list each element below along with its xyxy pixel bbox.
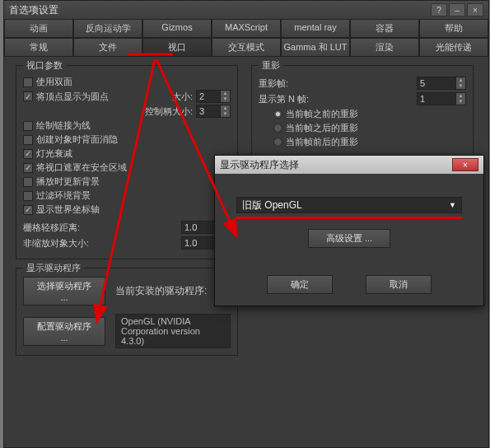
- chk-draw-links[interactable]: [23, 121, 33, 131]
- driver-select-dialog: 显示驱动程序选择 × 旧版 OpenGL ▼ 高级设置 ... 确定 取消: [214, 155, 484, 306]
- tabs-row-2: 常规 文件 视口 交互模式 Gamma 和 LUT 渲染 光能传递: [4, 38, 488, 57]
- handle-size-label: 控制柄大小:: [145, 105, 193, 118]
- close-button[interactable]: ×: [467, 3, 483, 16]
- nonscale-label: 非缩放对象大小:: [23, 237, 89, 250]
- spinner-arrows[interactable]: ▲▼: [456, 77, 466, 90]
- cancel-button[interactable]: 取消: [366, 275, 432, 294]
- ghost-frames-label: 重影帧:: [259, 77, 288, 90]
- tab-gizmos[interactable]: Gizmos: [142, 19, 212, 38]
- group-title: 视口参数: [23, 59, 66, 72]
- tab-mentalray[interactable]: mental ray: [281, 19, 350, 38]
- ghost-nth[interactable]: 1: [417, 92, 456, 105]
- tab-ik[interactable]: 反向运动学: [73, 19, 142, 38]
- choose-driver-button[interactable]: 选择驱动程序 ...: [23, 277, 105, 306]
- ghosting-group: 重影 重影帧:5▲▼ 显示第 N 帧:1▲▼ 当前帧之前的重影 当前帧之后的重影…: [251, 65, 474, 164]
- label: 将视口遮罩在安全区域: [36, 161, 127, 174]
- chk-vertex-dot[interactable]: [23, 91, 33, 101]
- label: 当前帧之后的重影: [286, 122, 358, 134]
- current-driver-value: OpenGL (NVIDIA Corporation version 4.3.0…: [115, 314, 231, 348]
- size-label: 大小:: [172, 91, 193, 103]
- group-title: 显示驱动程序: [23, 262, 84, 274]
- tab-gamma[interactable]: Gamma 和 LUT: [281, 38, 350, 57]
- dialog-title: 显示驱动程序选择: [220, 158, 450, 172]
- label: 灯光衰减: [36, 147, 72, 160]
- tab-maxscript[interactable]: MAXScript: [212, 19, 281, 38]
- radio-ghost-after[interactable]: [273, 124, 282, 133]
- display-driver-group: 显示驱动程序 选择驱动程序 ... 当前安装的驱动程序: 配置驱动程序 ... …: [16, 268, 238, 356]
- group-title: 重影: [259, 59, 283, 72]
- chk-filter-env[interactable]: [23, 191, 33, 201]
- chk-safe-mask[interactable]: [23, 163, 33, 173]
- annotation-underline: [236, 217, 462, 219]
- chk-dual-plane[interactable]: [23, 77, 33, 87]
- tab-general[interactable]: 常规: [4, 38, 73, 57]
- driver-select[interactable]: 旧版 OpenGL ▼: [236, 197, 462, 213]
- tab-radiosity[interactable]: 光能传递: [419, 38, 488, 57]
- main-titlebar[interactable]: 首选项设置 ? – ×: [4, 1, 488, 19]
- grid-dist-label: 栅格轻移距离:: [23, 222, 80, 234]
- dialog-close-button[interactable]: ×: [452, 158, 478, 171]
- driver-select-value: 旧版 OpenGL: [242, 198, 302, 212]
- label: 当前帧之前的重影: [286, 108, 358, 120]
- spinner-arrows[interactable]: ▲▼: [456, 92, 466, 105]
- radio-ghost-both[interactable]: [273, 138, 282, 147]
- chk-world-axis[interactable]: [23, 205, 33, 215]
- tabs-row-1: 动画 反向运动学 Gizmos MAXScript mental ray 容器 …: [4, 19, 488, 38]
- tab-help[interactable]: 帮助: [419, 19, 488, 38]
- tab-files[interactable]: 文件: [73, 38, 142, 57]
- window-title: 首选项设置: [9, 3, 429, 17]
- label: 当前帧前后的重影: [286, 136, 358, 148]
- label: 创建对象时背面消隐: [36, 133, 118, 146]
- tab-containers[interactable]: 容器: [350, 19, 419, 38]
- size-spinner[interactable]: 2: [196, 90, 221, 103]
- tab-render[interactable]: 渲染: [350, 38, 419, 57]
- dialog-titlebar[interactable]: 显示驱动程序选择 ×: [215, 156, 483, 174]
- spinner-arrows[interactable]: ▲▼: [221, 105, 231, 118]
- minimize-button[interactable]: –: [449, 3, 465, 16]
- ghost-nth-label: 显示第 N 帧:: [259, 93, 309, 105]
- help-button[interactable]: ?: [431, 3, 447, 16]
- label: 将顶点显示为圆点: [36, 91, 109, 103]
- label: 播放时更新背景: [36, 175, 100, 188]
- radio-ghost-before[interactable]: [273, 110, 282, 119]
- chk-update-bg[interactable]: [23, 177, 33, 187]
- ghost-frames[interactable]: 5: [417, 77, 456, 90]
- viewport-params-group: 视口参数 使用双面 将顶点显示为圆点 大小: 2 ▲▼ 控制柄大小: 3 ▲▼ …: [16, 65, 238, 259]
- label: 显示世界坐标轴: [36, 203, 100, 216]
- configure-driver-button[interactable]: 配置驱动程序 ...: [23, 317, 105, 346]
- tab-interaction[interactable]: 交互模式: [212, 38, 281, 57]
- tab-animation[interactable]: 动画: [4, 19, 73, 38]
- chk-light-atten[interactable]: [23, 149, 33, 159]
- tab-viewports[interactable]: 视口: [142, 38, 212, 57]
- ok-button[interactable]: 确定: [267, 275, 333, 294]
- advanced-settings-button[interactable]: 高级设置 ...: [308, 229, 390, 248]
- handle-size-spinner[interactable]: 3: [196, 105, 221, 118]
- label: 过滤环境背景: [36, 189, 91, 202]
- label: 绘制链接为线: [36, 119, 91, 132]
- current-driver-label: 当前安装的驱动程序:: [115, 284, 207, 298]
- label: 使用双面: [36, 76, 72, 88]
- chevron-down-icon: ▼: [449, 201, 456, 209]
- chk-backface[interactable]: [23, 135, 33, 145]
- spinner-arrows[interactable]: ▲▼: [221, 90, 231, 103]
